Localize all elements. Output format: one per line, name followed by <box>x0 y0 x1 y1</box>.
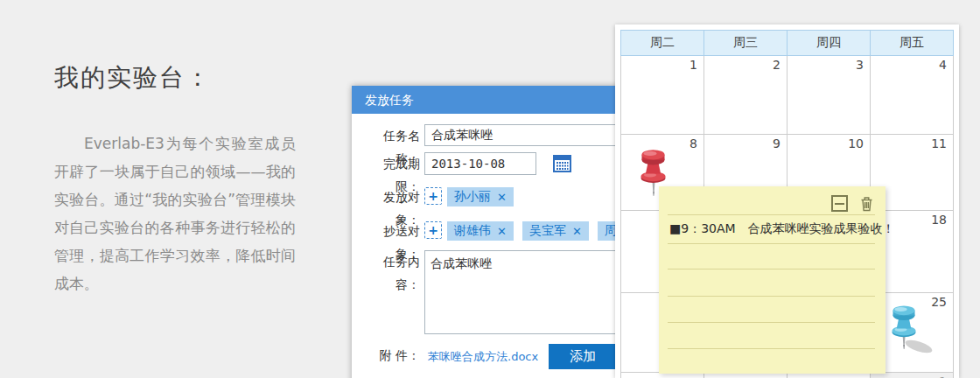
page-title: 我的实验台： <box>54 61 296 94</box>
recipient-tag[interactable]: 吴宝军✕ <box>522 221 589 241</box>
blue-pushpin-icon <box>882 303 943 355</box>
sticky-note[interactable]: ■9：30AM 合成苯咪唑实验成果验收！ <box>659 186 886 374</box>
add-assignee-button[interactable]: + <box>424 187 442 205</box>
calendar-day-cell[interactable]: 4 <box>871 56 954 135</box>
assignee-tags: 孙小丽✕ <box>442 187 514 206</box>
calendar-weekday-header: 周三 <box>704 31 788 56</box>
add-cc-button[interactable]: + <box>424 221 442 239</box>
note-rule <box>668 243 875 244</box>
note-rule <box>668 296 875 297</box>
calendar-day-cell[interactable]: 1 <box>621 56 704 135</box>
remove-tag-icon[interactable]: ✕ <box>572 225 582 238</box>
calendar-day-cell[interactable]: 2 <box>704 56 788 135</box>
add-attachment-button[interactable]: 添加 <box>549 344 617 369</box>
minimize-note-button[interactable] <box>831 195 848 212</box>
note-rule <box>668 348 875 349</box>
remove-tag-icon[interactable]: ✕ <box>497 225 507 238</box>
minus-icon <box>835 203 844 205</box>
note-rule <box>668 322 875 323</box>
calendar-week-row: 1234 <box>621 56 954 135</box>
dialog-title: 发放任务 <box>365 93 414 107</box>
tag-label: 孙小丽 <box>454 189 491 205</box>
recipient-tag[interactable]: 谢雄伟✕ <box>447 221 514 241</box>
tag-label: 吴宝军 <box>529 223 566 239</box>
recipient-tag[interactable]: 孙小丽✕ <box>447 187 514 206</box>
calendar-weekday-header: 周四 <box>788 31 871 56</box>
attachment-label: 附 件： <box>360 344 420 367</box>
page: 我的实验台： Everlab-E3为每个实验室成员开辟了一块属于自己的领域——我… <box>0 0 980 378</box>
calendar-weekday-header: 周二 <box>621 31 704 56</box>
date-picker-icon[interactable] <box>553 154 571 172</box>
intro-paragraph: Everlab-E3为每个实验室成员开辟了一块属于自己的领域——我的实验台。通过… <box>54 130 296 298</box>
tag-label: 谢雄伟 <box>454 223 491 239</box>
red-pushpin-icon <box>634 146 674 204</box>
delete-note-icon[interactable] <box>860 196 873 212</box>
calendar-weekday-header: 周五 <box>871 31 954 56</box>
note-text: ■9：30AM 合成苯咪唑实验成果验收！ <box>669 221 895 237</box>
note-rule <box>668 214 875 215</box>
remove-tag-icon[interactable]: ✕ <box>497 191 507 204</box>
note-rule <box>668 269 875 270</box>
intro-section: 我的实验台： Everlab-E3为每个实验室成员开辟了一块属于自己的领域——我… <box>54 61 296 298</box>
attachment-row: 附 件： 苯咪唑合成方法.docx 添加 <box>360 344 617 369</box>
attachment-file-link[interactable]: 苯咪唑合成方法.docx <box>428 344 538 369</box>
task-content-label: 任务内容： <box>360 250 420 296</box>
calendar-day-cell[interactable]: 3 <box>788 56 871 135</box>
deadline-input[interactable] <box>424 152 536 175</box>
